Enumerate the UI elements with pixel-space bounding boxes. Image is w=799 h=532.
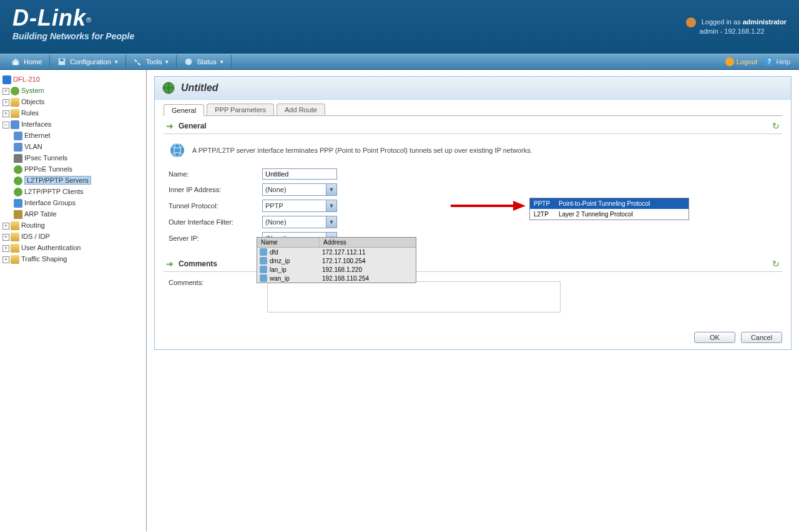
column-header-name: Name bbox=[257, 238, 320, 247]
chevron-right-icon: ➔ bbox=[166, 121, 174, 131]
ok-button[interactable]: OK bbox=[694, 332, 735, 343]
label-comments: Comments: bbox=[169, 279, 262, 286]
menu-status[interactable]: Status▾ bbox=[177, 55, 231, 69]
label-server-ip: Server IP: bbox=[169, 235, 262, 242]
folder-icon bbox=[11, 109, 19, 118]
server-ip-option[interactable]: wan_ip192.168.110.254 bbox=[257, 274, 416, 283]
tree-ipsec[interactable]: IPsec Tunnels bbox=[24, 154, 67, 162]
tree-objects[interactable]: Objects bbox=[21, 98, 44, 105]
tree-expander[interactable]: + bbox=[2, 110, 9, 117]
gear-icon bbox=[11, 87, 19, 95]
tree-interface-groups[interactable]: Interface Groups bbox=[24, 199, 76, 206]
server-ip-option[interactable]: dmz_ip172.17.100.254 bbox=[257, 256, 416, 265]
tree-ids[interactable]: IDS / IDP bbox=[21, 233, 50, 240]
tree-expander[interactable]: + bbox=[2, 88, 9, 95]
user-info: Logged in as administrator admin - 192.1… bbox=[686, 17, 787, 35]
annotation-arrow-icon bbox=[451, 200, 526, 212]
tree-vlan[interactable]: VLAN bbox=[24, 143, 42, 150]
tree-expander[interactable]: − bbox=[2, 122, 9, 128]
l2tp-clients-icon bbox=[14, 188, 22, 196]
tree-expander[interactable]: + bbox=[2, 256, 9, 263]
tree-expander[interactable]: + bbox=[2, 99, 9, 106]
globe-icon bbox=[169, 142, 186, 159]
menu-home[interactable]: Home bbox=[4, 55, 50, 69]
label-inner-ip: Inner IP Address: bbox=[169, 186, 262, 193]
cancel-button[interactable]: Cancel bbox=[741, 332, 782, 343]
brand-logo: D-Link® Building Networks for People bbox=[12, 5, 134, 41]
tree-interfaces[interactable]: Interfaces bbox=[21, 120, 51, 128]
ip-icon bbox=[260, 257, 267, 264]
arp-icon bbox=[14, 210, 22, 219]
groups-icon bbox=[14, 199, 22, 208]
tree-traffic-shaping[interactable]: Traffic Shaping bbox=[21, 255, 67, 263]
comments-textarea[interactable] bbox=[267, 281, 561, 312]
svg-point-5 bbox=[170, 143, 184, 157]
tree-expander[interactable]: + bbox=[2, 245, 9, 252]
ip-icon bbox=[260, 248, 267, 256]
tree-ethernet[interactable]: Ethernet bbox=[24, 132, 51, 139]
tree-rules[interactable]: Rules bbox=[21, 109, 39, 117]
chevron-down-icon: ▾ bbox=[115, 59, 118, 65]
tree-pppoe[interactable]: PPPoE Tunnels bbox=[24, 165, 72, 173]
user-icon bbox=[686, 17, 696, 27]
chevron-down-icon: ▾ bbox=[220, 59, 223, 65]
tree-expander[interactable]: + bbox=[2, 234, 9, 241]
status-icon bbox=[184, 57, 193, 66]
ethernet-icon bbox=[14, 132, 22, 140]
ip-icon bbox=[260, 266, 267, 273]
tree-system[interactable]: System bbox=[21, 87, 44, 94]
globe-wizard-icon bbox=[161, 80, 176, 95]
description-text: A PPTP/L2TP server interface terminates … bbox=[192, 147, 532, 154]
vlan-icon bbox=[14, 143, 22, 152]
column-header-address: Address bbox=[320, 238, 350, 247]
tree-l2tp-clients[interactable]: L2TP/PPTP Clients bbox=[24, 188, 84, 195]
logout-icon bbox=[725, 57, 734, 66]
folder-icon bbox=[11, 255, 19, 264]
tree-root[interactable]: DFL-210 bbox=[13, 75, 40, 83]
folder-icon bbox=[11, 221, 19, 230]
lock-icon bbox=[14, 154, 22, 163]
menu-configuration[interactable]: Configuration▾ bbox=[50, 55, 125, 69]
help-icon: ? bbox=[765, 57, 773, 66]
l2tp-servers-icon bbox=[14, 177, 22, 185]
home-icon bbox=[11, 57, 20, 66]
label-tunnel-protocol: Tunnel Protocol: bbox=[169, 202, 262, 210]
chevron-down-icon: ▼ bbox=[326, 216, 336, 228]
label-name: Name: bbox=[169, 170, 262, 178]
folder-icon bbox=[11, 98, 19, 107]
section-general-header: ➔ General ↻ bbox=[164, 116, 782, 134]
tab-general[interactable]: General bbox=[164, 104, 204, 116]
tab-add-route[interactable]: Add Route bbox=[277, 104, 325, 115]
folder-icon bbox=[11, 244, 19, 253]
inner-ip-select[interactable]: (None) ▼ bbox=[262, 183, 337, 196]
device-icon bbox=[2, 75, 11, 84]
svg-rect-1 bbox=[61, 59, 64, 62]
name-input[interactable] bbox=[262, 168, 337, 180]
logout-link[interactable]: Logout bbox=[725, 57, 758, 66]
tree-expander[interactable]: + bbox=[2, 223, 9, 230]
folder-icon bbox=[11, 233, 19, 241]
chevron-down-icon: ▼ bbox=[326, 184, 336, 195]
save-icon bbox=[57, 57, 66, 66]
tree-user-auth[interactable]: User Authentication bbox=[21, 244, 81, 251]
server-ip-option[interactable]: lan_ip192.168.1.220 bbox=[257, 265, 416, 274]
outer-filter-select[interactable]: (None) ▼ bbox=[262, 216, 337, 228]
help-link[interactable]: ?Help bbox=[765, 57, 790, 66]
tab-ppp-parameters[interactable]: PPP Parameters bbox=[207, 104, 274, 115]
server-ip-option[interactable]: dfd172.127.112.11 bbox=[257, 248, 416, 256]
protocol-option-pptp[interactable]: PPTP Point-to-Point Tunneling Protocol bbox=[530, 198, 689, 209]
chevron-down-icon: ▼ bbox=[326, 200, 336, 211]
page-header: Untitled bbox=[155, 77, 791, 100]
menu-tools[interactable]: Tools▾ bbox=[126, 55, 177, 69]
tree-routing[interactable]: Routing bbox=[21, 221, 45, 229]
pppoe-icon bbox=[14, 165, 22, 174]
tunnel-protocol-select[interactable]: PPTP ▼ bbox=[262, 200, 337, 212]
header-banner: D-Link® Building Networks for People Log… bbox=[0, 0, 799, 54]
refresh-icon[interactable]: ↻ bbox=[772, 121, 780, 131]
tree-arp-table[interactable]: ARP Table bbox=[24, 210, 57, 218]
interfaces-icon bbox=[11, 120, 19, 129]
tree-l2tp-servers[interactable]: L2TP/PPTP Servers bbox=[24, 176, 91, 185]
chevron-down-icon: ▾ bbox=[165, 59, 169, 65]
refresh-icon[interactable]: ↻ bbox=[772, 259, 780, 269]
ip-icon bbox=[260, 274, 267, 282]
